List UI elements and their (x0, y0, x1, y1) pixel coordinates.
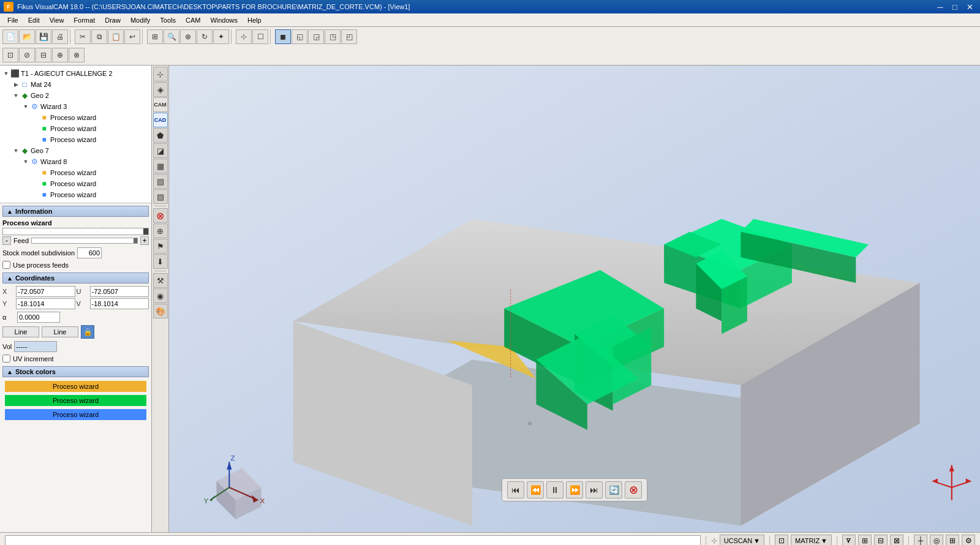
lock-button[interactable]: 🔒 (81, 325, 94, 339)
status-filter-icon[interactable]: ⛛ (842, 535, 856, 546)
menu-windows[interactable]: Windows (205, 15, 243, 25)
close-button[interactable]: ✕ (963, 1, 976, 12)
menu-draw[interactable]: Draw (100, 15, 126, 25)
section-coordinates[interactable]: ▲ Coordinates (2, 272, 149, 284)
side-btn-surface[interactable]: ◪ (153, 143, 168, 158)
tree-toggle-wiz3[interactable]: ▼ (22, 103, 29, 110)
menu-view[interactable]: View (45, 15, 69, 25)
playback-forward-all[interactable]: ⏭ (586, 481, 603, 498)
status-grid-icon[interactable]: ⊞ (946, 535, 959, 546)
alpha-input[interactable] (17, 312, 60, 323)
side-btn-palette[interactable]: 🎨 (153, 304, 168, 318)
tb-snap-point[interactable]: ⊹ (236, 29, 252, 44)
tb-r1[interactable]: ⊡ (2, 48, 18, 62)
feed-slider[interactable] (31, 238, 138, 244)
tb-zoom-window[interactable]: ⊞ (147, 29, 163, 44)
side-btn-drill[interactable]: ⬇ (153, 254, 168, 269)
side-btn-cut2[interactable]: ▧ (153, 174, 168, 189)
tree-node-proc3[interactable]: ▶ ■ Proceso wizard (0, 134, 151, 145)
tb-copy[interactable]: ⧉ (91, 29, 107, 44)
status-snap2-icon[interactable]: ⊟ (874, 535, 888, 546)
playback-pause[interactable]: ⏸ (546, 481, 564, 498)
tb-view-3d-active[interactable]: ◼ (275, 29, 291, 44)
playback-rewind-all[interactable]: ⏮ (507, 481, 524, 498)
tb-fit[interactable]: ✦ (213, 29, 229, 44)
process-slider-track[interactable]: · · · · · · · · · · (2, 228, 149, 235)
tree-node-proc1[interactable]: ▶ ■ Proceso wizard (0, 112, 151, 123)
status-settings-icon[interactable]: ⚙ (962, 535, 975, 546)
y-input[interactable] (16, 298, 75, 309)
section-stock-colors[interactable]: ▲ Stock colors (2, 366, 149, 377)
status-ortho-icon[interactable]: ┼ (914, 535, 927, 546)
side-btn-cut3[interactable]: ▨ (153, 189, 168, 204)
tree-toggle-geo2[interactable]: ▼ (12, 92, 20, 99)
stock-color-item-2[interactable]: Proceso wizard (2, 394, 149, 407)
status-polar-icon[interactable]: ◎ (930, 535, 943, 546)
tb-orbit[interactable]: ↻ (197, 29, 213, 44)
feed-plus-button[interactable]: + (140, 236, 149, 245)
tree-toggle-t1[interactable]: ▼ (2, 70, 10, 77)
menu-cam[interactable]: CAM (181, 15, 205, 25)
tree-node-geo7[interactable]: ▼ ◆ Geo 7 (0, 145, 151, 156)
maximize-button[interactable]: □ (948, 1, 962, 12)
tree-toggle-wiz8[interactable]: ▼ (22, 159, 29, 165)
v-input[interactable] (90, 298, 149, 309)
menu-modify[interactable]: Modify (126, 15, 155, 25)
status-snap1-icon[interactable]: ⊞ (858, 535, 872, 546)
tb-r3[interactable]: ⊟ (36, 48, 51, 62)
playback-stop[interactable]: ⊗ (625, 481, 642, 498)
use-process-feeds-checkbox[interactable] (2, 261, 10, 269)
feed-minus-button[interactable]: - (2, 236, 11, 245)
tree-toggle-mat24[interactable]: ▶ (12, 81, 20, 88)
slider-thumb[interactable] (143, 228, 148, 235)
tree-node-t1[interactable]: ▼ ⬛ T1 - AGIECUT CHALLENGE 2 (0, 68, 151, 79)
tb-print[interactable]: 🖨 (52, 29, 68, 44)
status-matrix-button[interactable]: MATRIZ ▼ (791, 535, 832, 546)
tb-cut[interactable]: ✂ (75, 29, 91, 44)
side-btn-flag[interactable]: ⚑ (153, 239, 168, 254)
section-information[interactable]: ▲ Information (2, 206, 149, 217)
viewport[interactable]: Z X Y (169, 66, 980, 532)
tb-zoom-in[interactable]: 🔍 (164, 29, 179, 44)
tree-node-proc4[interactable]: ▶ ■ Proceso wizard (0, 167, 151, 178)
tb-view-top[interactable]: ◳ (325, 29, 341, 44)
stock-color-item-1[interactable]: Proceso wizard (2, 380, 149, 393)
side-btn-target[interactable]: ⊕ (153, 224, 168, 238)
x-input[interactable] (16, 286, 75, 297)
status-ucs-button[interactable]: UCSCAN ▼ (720, 535, 764, 546)
tb-open[interactable]: 📂 (19, 29, 35, 44)
vol-input[interactable] (14, 341, 57, 352)
status-command-input[interactable] (5, 535, 701, 546)
side-btn-select[interactable]: ⊹ (153, 67, 168, 81)
tb-save[interactable]: 💾 (36, 29, 51, 44)
side-btn-cut1[interactable]: ▦ (153, 159, 168, 173)
side-btn-stop[interactable]: ⊗ (153, 208, 168, 223)
tree-node-geo2[interactable]: ▼ ◆ Geo 2 (0, 90, 151, 101)
tb-r2[interactable]: ⊘ (19, 48, 35, 62)
playback-forward[interactable]: ⏩ (566, 481, 583, 498)
subdivision-input[interactable] (77, 247, 102, 258)
tree-toggle-geo7[interactable]: ▼ (12, 148, 20, 154)
status-coord-icon[interactable]: ⊡ (775, 535, 788, 546)
tb-view-iso[interactable]: ◰ (341, 29, 357, 44)
playback-rewind[interactable]: ⏪ (527, 481, 544, 498)
status-snap3-icon[interactable]: ⊠ (890, 535, 903, 546)
stock-color-item-3[interactable]: Proceso wizard (2, 408, 149, 421)
side-btn-3d[interactable]: ◈ (153, 82, 168, 97)
minimize-button[interactable]: ─ (933, 1, 947, 12)
menu-help[interactable]: Help (243, 15, 266, 25)
tree-node-mat24[interactable]: ▶ □ Mat 24 (0, 79, 151, 90)
u-input[interactable] (90, 286, 149, 297)
side-btn-sphere[interactable]: ◉ (153, 288, 168, 303)
tb-select-mode[interactable]: ☐ (252, 29, 268, 44)
tb-pan-grid[interactable]: ⊕ (180, 29, 196, 44)
side-btn-cad[interactable]: CAD (153, 113, 168, 127)
tb-r4[interactable]: ⊕ (52, 48, 68, 62)
tb-r5[interactable]: ⊗ (69, 48, 85, 62)
tree-node-proc6[interactable]: ▶ ■ Proceso wizard (0, 189, 151, 200)
uv-increment-checkbox[interactable] (2, 355, 10, 363)
side-btn-mesh[interactable]: ⬟ (153, 128, 168, 143)
side-btn-hammer[interactable]: ⚒ (153, 273, 168, 288)
tb-undo[interactable]: ↩ (124, 29, 140, 44)
side-btn-cam[interactable]: CAM (153, 97, 168, 112)
